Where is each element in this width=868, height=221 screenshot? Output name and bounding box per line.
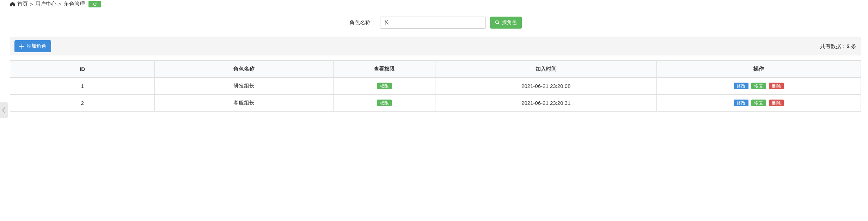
refresh-button[interactable]: [88, 1, 101, 7]
col-name: 角色名称: [155, 61, 334, 78]
cell-ops: 修改 恢复 删除: [656, 78, 861, 95]
edit-button[interactable]: 修改: [734, 100, 748, 106]
refresh-icon: [92, 2, 97, 7]
home-icon: [10, 1, 15, 7]
restore-button[interactable]: 恢复: [751, 100, 766, 106]
cell-id: 1: [10, 78, 155, 95]
breadcrumb: 首页 > 用户中心 > 角色管理: [10, 0, 861, 12]
col-perm: 查看权限: [333, 61, 435, 78]
table-row: 1 研发组长 权限 2021-06-21 23:20:08 修改 恢复 删除: [10, 78, 861, 95]
edit-button[interactable]: 修改: [734, 83, 748, 89]
add-role-label: 添加角色: [26, 43, 46, 49]
restore-button[interactable]: 恢复: [751, 83, 766, 89]
breadcrumb-sep: >: [59, 1, 62, 7]
search-icon: [495, 20, 500, 25]
breadcrumb-user-center[interactable]: 用户中心: [35, 1, 56, 7]
total-prefix: 共有数据：: [820, 43, 846, 49]
col-time: 加入时间: [435, 61, 656, 78]
total-suffix: 条: [850, 43, 856, 49]
search-button-label: 搜角色: [502, 19, 517, 26]
cell-name: 客服组长: [155, 95, 334, 112]
search-button[interactable]: 搜角色: [490, 17, 522, 29]
cell-perm: 权限: [333, 95, 435, 112]
svg-point-0: [495, 21, 498, 24]
total-count: 2: [846, 43, 849, 49]
cell-time: 2021-06-21 23:20:08: [435, 78, 656, 95]
col-ops: 操作: [656, 61, 861, 78]
breadcrumb-role-mgmt[interactable]: 角色管理: [64, 1, 85, 7]
breadcrumb-home[interactable]: 首页: [17, 1, 28, 7]
toolbar: 添加角色 共有数据：2 条: [10, 37, 861, 55]
table-row: 2 客服组长 权限 2021-06-21 23:20:31 修改 恢复 删除: [10, 95, 861, 112]
role-name-input[interactable]: [380, 17, 486, 29]
cell-id: 2: [10, 95, 155, 112]
search-label: 角色名称：: [349, 19, 376, 26]
plus-icon: [19, 44, 24, 49]
total-count-text: 共有数据：2 条: [820, 43, 856, 50]
table-header-row: ID 角色名称 查看权限 加入时间 操作: [10, 61, 861, 78]
svg-line-1: [498, 23, 499, 25]
add-role-button[interactable]: 添加角色: [14, 40, 51, 52]
role-table: ID 角色名称 查看权限 加入时间 操作 1 研发组长 权限 2021-06-2…: [10, 60, 861, 112]
cell-time: 2021-06-21 23:20:31: [435, 95, 656, 112]
delete-button[interactable]: 删除: [769, 83, 784, 89]
permission-badge[interactable]: 权限: [377, 83, 392, 89]
permission-badge[interactable]: 权限: [377, 100, 392, 106]
sidebar-collapse-handle[interactable]: [0, 102, 8, 118]
breadcrumb-sep: >: [30, 1, 33, 7]
search-bar: 角色名称： 搜角色: [10, 12, 861, 37]
delete-button[interactable]: 删除: [769, 100, 784, 106]
cell-name: 研发组长: [155, 78, 334, 95]
cell-perm: 权限: [333, 78, 435, 95]
col-id: ID: [10, 61, 155, 78]
chevron-left-icon: [2, 107, 6, 114]
cell-ops: 修改 恢复 删除: [656, 95, 861, 112]
